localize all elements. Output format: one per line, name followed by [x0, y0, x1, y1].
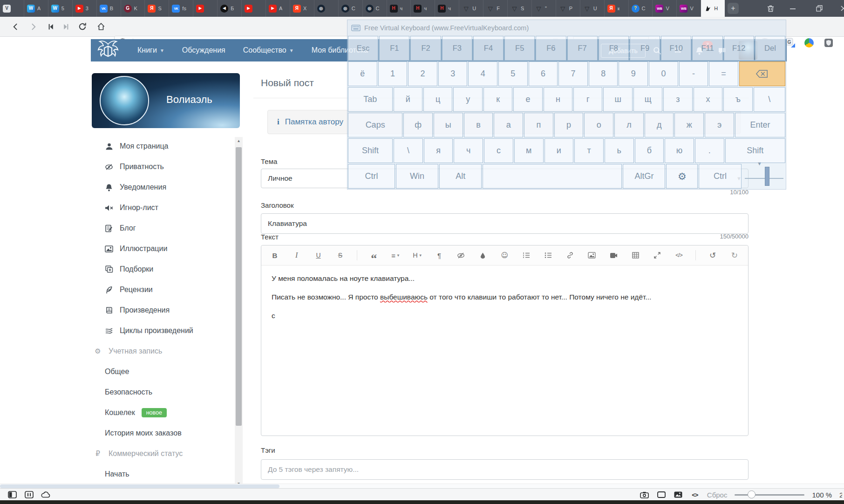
restore-window-icon[interactable] [815, 4, 824, 13]
key-9[interactable]: 9 [619, 61, 648, 86]
key-щ[interactable]: щ [633, 87, 662, 112]
key--[interactable]: - [679, 61, 708, 86]
browser-tab[interactable]: W5 [48, 0, 73, 17]
key-.[interactable]: . [695, 138, 724, 163]
key-6[interactable]: 6 [529, 61, 558, 86]
key-х[interactable]: х [694, 87, 722, 112]
browser-tab[interactable]: WA [24, 0, 48, 17]
browser-tab[interactable]: ЯX [290, 0, 314, 17]
sidebar-item-подборки[interactable]: Подборки [92, 259, 234, 279]
key-F10[interactable]: F10 [661, 36, 691, 61]
sync-cloud-icon[interactable] [41, 490, 50, 499]
key-1[interactable]: 1 [378, 61, 408, 86]
key-Enter[interactable]: Enter [735, 113, 785, 137]
key-Ctrl[interactable]: Ctrl [699, 164, 741, 189]
key-ъ[interactable]: ъ [723, 87, 752, 112]
browser-tab[interactable]: ▽P [556, 0, 580, 17]
key-ф[interactable]: ф [403, 113, 433, 137]
key-й[interactable]: й [394, 87, 422, 112]
key-Shift[interactable]: Shift [725, 138, 785, 163]
key-F9[interactable]: F9 [630, 36, 660, 61]
key-Esc[interactable]: Esc [348, 36, 378, 61]
key-Win[interactable]: Win [396, 164, 438, 189]
key-ы[interactable]: ы [434, 113, 463, 137]
key-F1[interactable]: F1 [379, 36, 409, 61]
key-г[interactable]: г [573, 87, 602, 112]
key-F2[interactable]: F2 [410, 36, 441, 61]
sidebar-item-моя-страница[interactable]: Моя страница [92, 136, 234, 157]
sidebar-item-уведомления[interactable]: Уведомления [92, 177, 234, 198]
key-э[interactable]: э [705, 113, 734, 137]
active-tab[interactable]: H [701, 0, 725, 17]
key-F7[interactable]: F7 [567, 36, 598, 61]
emoji-button[interactable]: ☺ [499, 249, 510, 261]
opacity-slider-thumb[interactable] [765, 167, 769, 185]
unordered-list-button[interactable] [543, 249, 553, 261]
nav-item[interactable]: Книги▼ [137, 46, 164, 54]
key-Del[interactable]: Del [755, 36, 785, 61]
sidebar-item-начать[interactable]: Начать [92, 464, 234, 484]
shield-extension-icon[interactable] [824, 38, 834, 48]
key-Alt[interactable]: Alt [439, 164, 482, 189]
browser-tab[interactable]: WBV [653, 0, 677, 17]
trash-icon[interactable] [766, 4, 775, 13]
key-Ctrl[interactable]: Ctrl [348, 164, 395, 189]
key-ш[interactable]: ш [603, 87, 632, 112]
video-button[interactable] [608, 249, 619, 261]
page-actions-icon[interactable]: <> [690, 490, 700, 499]
quote-button[interactable]: “ [369, 249, 379, 261]
sidebar-scrollbar[interactable]: ▲ ▼ [235, 137, 243, 487]
zoom-slider[interactable] [735, 491, 804, 498]
key-F4[interactable]: F4 [473, 36, 504, 61]
key-п[interactable]: п [524, 113, 553, 137]
key-Tab[interactable]: Tab [348, 87, 393, 112]
docs-extension-icon[interactable] [804, 38, 814, 48]
minimize-icon[interactable] [789, 4, 797, 13]
link-button[interactable] [565, 249, 575, 261]
key-н[interactable]: н [544, 87, 572, 112]
home-icon[interactable] [95, 20, 107, 33]
editor-content[interactable]: У меня поломалась на ноуте клавиатура...… [261, 266, 748, 337]
underline-button[interactable]: U [313, 249, 324, 261]
no-images-icon[interactable] [657, 490, 666, 499]
key-с[interactable]: с [484, 138, 513, 163]
key-б[interactable]: б [635, 138, 664, 163]
key-space[interactable] [483, 164, 622, 189]
virtual-keyboard-titlebar[interactable]: Free Virtual Keyboard (www.FreeVirtualKe… [347, 20, 786, 35]
scroll-up-icon[interactable]: ▲ [235, 137, 243, 144]
key-F6[interactable]: F6 [536, 36, 566, 61]
tile-tabs-icon[interactable] [24, 490, 34, 499]
image-button[interactable] [586, 249, 597, 261]
back-icon[interactable] [9, 20, 21, 33]
table-button[interactable] [630, 249, 640, 261]
browser-tab[interactable]: V [0, 0, 24, 17]
key-gear[interactable]: ⚙ [666, 164, 698, 189]
browser-tab[interactable]: Hч [387, 0, 411, 17]
rich-text-editor[interactable]: BIUS“≡▼H▼¶☺</>↺↻ У меня поломалась на но… [261, 245, 749, 436]
fullscreen-button[interactable] [652, 249, 662, 261]
browser-tab[interactable]: ◀Б [218, 0, 242, 17]
browser-tab[interactable]: Hч [435, 0, 459, 17]
browser-tab[interactable]: ЯS [145, 0, 169, 17]
spoiler-button[interactable] [456, 249, 466, 261]
browser-tab[interactable]: VKB [97, 0, 121, 17]
key-т[interactable]: т [574, 138, 604, 163]
key-ь[interactable]: ь [605, 138, 634, 163]
close-window-icon[interactable] [839, 4, 844, 13]
nav-item[interactable]: Сообщество▼ [243, 46, 294, 54]
key-F11[interactable]: F11 [692, 36, 722, 61]
reload-icon[interactable] [76, 20, 88, 33]
tags-input[interactable] [261, 459, 749, 480]
sidebar-item-циклы-произведений[interactable]: Циклы произведений [92, 320, 234, 341]
strikethrough-button[interactable]: S [335, 249, 345, 261]
sidebar-item-игнор-лист[interactable]: Игнор-лист [92, 198, 234, 218]
key-backspace[interactable] [739, 61, 785, 86]
key-F12[interactable]: F12 [724, 36, 754, 61]
key-л[interactable]: л [614, 113, 644, 137]
forward-icon[interactable] [27, 20, 39, 33]
key-д[interactable]: д [645, 113, 674, 137]
key-=[interactable]: = [709, 61, 738, 86]
key-\[interactable]: \ [754, 87, 785, 112]
browser-tab[interactable]: ▽U [580, 0, 605, 17]
key-з[interactable]: з [663, 87, 692, 112]
